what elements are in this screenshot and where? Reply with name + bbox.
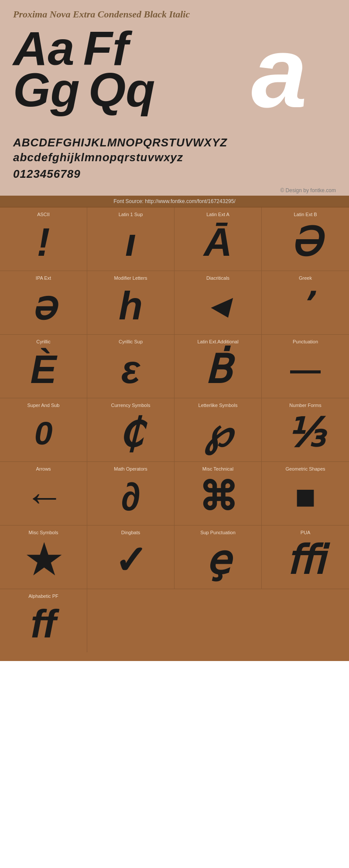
glyph-char-latinextadd: Ḃ	[205, 348, 232, 391]
glyph-char-diacriticals: ◂	[209, 284, 227, 328]
glyph-char-numberforms: ⅓	[287, 411, 325, 455]
alphabet-lower: abcdefghijklmnopqrstuvwxyz	[13, 150, 336, 165]
specimen-large-char: a	[251, 22, 307, 122]
glyph-label-pua: PUA	[301, 530, 311, 535]
footer-credit: © Design by fontke.com	[0, 185, 349, 196]
glyph-label-geoshapes: Geometric Shapes	[285, 466, 325, 471]
glyph-label-superandsub: Super And Sub	[27, 403, 59, 408]
glyph-label-latinexta: Latin Ext A	[206, 212, 229, 217]
glyph-cell-alphabeticpf: Alphabetic PF ff	[0, 589, 87, 652]
credit-text: © Design by fontke.com	[280, 187, 336, 193]
glyph-char-pua: ﬃ	[287, 539, 325, 582]
specimen-large-char-container: a	[222, 16, 336, 129]
glyph-cell-punctuation: Punctuation —	[262, 335, 349, 398]
glyph-cell-arrows: Arrows ←	[0, 462, 87, 526]
glyph-cell-dingbats: Dingbats ✓	[87, 526, 174, 589]
glyph-cell-empty-2	[174, 589, 262, 652]
glyph-label-mathops: Math Operators	[114, 466, 147, 471]
font-source-bar: Font Source: http://www.fontke.com/font/…	[0, 196, 349, 207]
glyph-label-latinextadd: Latin Ext.Additional	[197, 339, 238, 344]
glyph-cell-ascii: ASCII !	[0, 207, 87, 271]
glyph-cell-cyrillic: Cyrillic È	[0, 335, 87, 398]
glyph-label-miscsymbols: Misc Symbols	[29, 530, 58, 535]
glyph-cell-modletters: Modifier Letters h	[87, 271, 174, 335]
glyph-char-latinextb: Ə	[290, 220, 321, 264]
glyph-label-greek: Greek	[299, 275, 312, 281]
glyph-cell-misctechnical: Misc Technical ⌘	[174, 462, 262, 526]
glyph-label-arrows: Arrows	[36, 466, 51, 471]
glyph-char-ipaext: ə	[31, 284, 55, 328]
glyph-char-alphabeticpf: ff	[31, 602, 56, 646]
glyph-cell-latinextb: Latin Ext B Ə	[262, 207, 349, 271]
alphabet-section: ABCDEFGHIJKLMNOPQRSTUVWXYZ abcdefghijklm…	[0, 133, 349, 185]
glyph-grid: ASCII ! Latin 1 Sup ı Latin Ext A Ā Lati…	[0, 207, 349, 652]
glyph-char-dingbats: ✓	[114, 539, 147, 582]
glyph-cell-latin1sup: Latin 1 Sup ı	[87, 207, 174, 271]
glyph-label-misctechnical: Misc Technical	[202, 466, 233, 471]
glyph-label-modletters: Modifier Letters	[114, 275, 147, 281]
glyph-label-diacriticals: Diacriticals	[206, 275, 229, 281]
glyph-label-ascii: ASCII	[37, 212, 50, 217]
glyph-cell-currency: Currency Symbols ₵	[87, 398, 174, 462]
glyph-label-punctuation: Punctuation	[293, 339, 318, 344]
glyph-cell-latinexta: Latin Ext A Ā	[174, 207, 262, 271]
glyph-cell-ipaext: IPA Ext ə	[0, 271, 87, 335]
glyph-char-geoshapes: ■	[295, 475, 316, 519]
glyph-cell-cyrillicsup: Cyrillic Sup ε	[87, 335, 174, 398]
glyph-cell-letterlike: Letterlike Symbols ℘	[174, 398, 262, 462]
specimen-large-container: Aa Ff Gg Qq a	[13, 24, 336, 129]
font-source-text: Font Source: http://www.fontke.com/font/…	[113, 198, 236, 204]
specimen-row-2: Gg Qq	[13, 66, 155, 114]
glyph-char-miscsymbols: ★	[26, 539, 61, 582]
glyph-char-modletters: h	[119, 284, 143, 328]
glyph-cell-greek: Greek ʼ	[262, 271, 349, 335]
glyph-label-letterlike: Letterlike Symbols	[198, 403, 238, 408]
glyph-label-suppunctuation: Sup Punctuation	[200, 530, 236, 535]
glyph-char-greek: ʼ	[300, 284, 311, 328]
glyph-char-ascii: !	[37, 220, 50, 264]
specimen-pair-Gg: Gg	[13, 66, 80, 114]
glyph-char-arrows: ←	[24, 475, 63, 519]
glyph-cell-latinextadd: Latin Ext.Additional Ḃ	[174, 335, 262, 398]
glyph-label-cyrillic: Cyrillic	[36, 339, 50, 344]
glyph-char-cyrillic: È	[30, 348, 56, 391]
glyph-label-latinextb: Latin Ext B	[294, 212, 317, 217]
glyph-label-currency: Currency Symbols	[111, 403, 151, 408]
alphabet-upper: ABCDEFGHIJKLMNOPQRSTUVWXYZ	[13, 136, 336, 150]
glyph-label-ipaext: IPA Ext	[36, 275, 51, 281]
glyph-char-currency: ₵	[118, 411, 143, 455]
glyph-cell-diacriticals: Diacriticals ◂	[174, 271, 262, 335]
glyph-cell-empty-3	[262, 589, 349, 652]
digits: 0123456789	[13, 165, 336, 183]
glyph-cell-suppunctuation: Sup Punctuation ȩ	[174, 526, 262, 589]
glyph-label-alphabeticpf: Alphabetic PF	[28, 593, 58, 599]
glyph-cell-miscsymbols: Misc Symbols ★	[0, 526, 87, 589]
glyph-label-dingbats: Dingbats	[121, 530, 140, 535]
glyph-char-misctechnical: ⌘	[198, 475, 238, 519]
glyph-cell-geoshapes: Geometric Shapes ■	[262, 462, 349, 526]
glyph-label-numberforms: Number Forms	[289, 403, 321, 408]
glyph-label-cyrillicsup: Cyrillic Sup	[119, 339, 143, 344]
glyph-char-latinexta: Ā	[204, 220, 232, 264]
glyph-cell-superandsub: Super And Sub 0	[0, 398, 87, 462]
glyph-cell-empty-1	[87, 589, 174, 652]
glyph-cell-pua: PUA ﬃ	[262, 526, 349, 589]
header-section: Proxima Nova Extra Condensed Black Itali…	[0, 0, 349, 133]
glyph-char-cyrillicsup: ε	[121, 348, 140, 391]
glyph-char-superandsub: 0	[34, 411, 53, 455]
glyph-char-mathops: ∂	[121, 475, 140, 519]
glyph-char-latin1sup: ı	[125, 220, 136, 264]
specimen-pairs-col1: Aa Ff Gg Qq	[13, 24, 155, 114]
glyph-label-latin1sup: Latin 1 Sup	[119, 212, 143, 217]
glyph-char-letterlike: ℘	[204, 411, 232, 455]
glyph-cell-numberforms: Number Forms ⅓	[262, 398, 349, 462]
glyph-char-punctuation: —	[290, 348, 321, 391]
glyph-cell-mathops: Math Operators ∂	[87, 462, 174, 526]
specimen-pair-Qq: Qq	[89, 66, 155, 114]
main-section: Font Source: http://www.fontke.com/font/…	[0, 196, 349, 661]
glyph-char-suppunctuation: ȩ	[206, 539, 230, 582]
